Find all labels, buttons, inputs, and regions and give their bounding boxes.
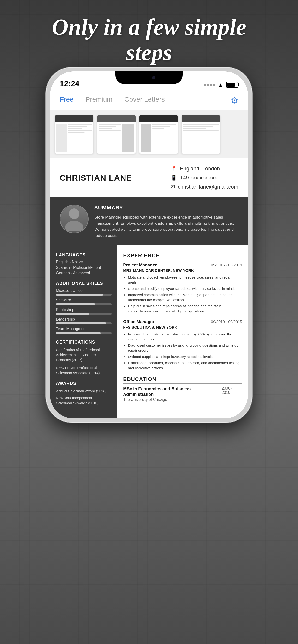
summary-text: Store Manager equipped with extensive ex…	[94, 214, 238, 238]
contact-info: 📍 England, London 📱 +49 xxx xxx xxx ✉ ch…	[171, 166, 238, 190]
tab-free[interactable]: Free	[60, 96, 74, 105]
education-section: EDUCATION MSc in Economics and Buisness …	[123, 376, 242, 402]
profile-photo	[60, 204, 89, 233]
skill-bar-bg	[56, 294, 112, 296]
exp-bullets-2: Increased the customer satisfaction rate…	[123, 332, 242, 370]
contact-location: 📍 England, London	[171, 166, 238, 172]
summary-section: SUMMARY Store Manager equipped with exte…	[50, 198, 248, 245]
svg-point-1	[65, 221, 83, 231]
certifications-title: CERTIFICATIONS	[56, 340, 112, 345]
phone-icon: 📱	[171, 175, 177, 181]
awards-title: AWARDS	[56, 381, 112, 386]
cert-2: EMC Proven Professional Salesman Associa…	[56, 365, 112, 375]
exp-bullet: Diagnosed customer issues by asking prob…	[128, 343, 242, 353]
wifi-icon: ▲	[218, 82, 223, 88]
resume-document: CHRISTIAN LANE 📍 England, London 📱 +49 x…	[50, 158, 248, 418]
award-1: Annual Salesman Award (2013)	[56, 388, 112, 394]
resume-body: LANGUAGES English - Native Spanish - Pro…	[50, 245, 248, 418]
phone-frame: 12:24 ▲	[46, 67, 252, 422]
tab-cover-letters[interactable]: Cover Letters	[124, 96, 165, 105]
skill-bar-bg	[56, 322, 112, 324]
location-icon: 📍	[171, 166, 177, 172]
edu-school: The University of Chicago	[123, 398, 242, 402]
experience-section: EXPERIENCE Project Manager 09/2015 - 05/…	[123, 252, 242, 370]
certifications-section: CERTIFICATIONS Certification of Professi…	[56, 340, 112, 375]
exp-entry-2: Office Manager 09/2010 - 09/2015 FFS-SOL…	[123, 319, 242, 370]
gear-icon[interactable]: ⚙	[231, 95, 238, 106]
edu-dates: 2006 - 2010	[222, 386, 242, 398]
skill-leadership: Leadership	[56, 317, 112, 324]
svg-point-0	[69, 208, 79, 219]
exp-title-2: Office Manager	[123, 319, 154, 324]
summary-content: SUMMARY Store Manager equipped with exte…	[94, 204, 238, 238]
cert-1: Certification of Professional Achievemen…	[56, 347, 112, 362]
exp-bullet: Ordered supplies and kept inventory at o…	[128, 354, 242, 359]
battery-icon	[226, 82, 238, 88]
status-time: 12:24	[60, 79, 79, 88]
phone-notch	[115, 72, 183, 84]
exp-dates-1: 09/2015 - 05/2019	[211, 263, 242, 268]
skills-title: ADDITIONAL SKILLS	[56, 281, 112, 286]
exp-bullet: Established, sceduled, coorinate, superv…	[128, 360, 242, 370]
skills-section: ADDITIONAL SKILLS Microsoft Office So	[56, 281, 112, 334]
hero-title: Only in a few simple steps	[0, 14, 298, 65]
lang-english: English - Native	[56, 260, 112, 264]
exp-header-2: Office Manager 09/2010 - 09/2015	[123, 319, 242, 324]
email-icon: ✉	[171, 184, 175, 190]
exp-title-1: Project Manager	[123, 262, 157, 268]
skill-team: Team Managment	[56, 327, 112, 334]
exp-bullets-1: Motivate and coach employees to meet ser…	[123, 275, 242, 314]
skill-bar-bg	[56, 303, 112, 305]
edu-header: MSc in Economics and Buisness Administra…	[123, 386, 242, 398]
skill-bar-fill	[56, 322, 106, 324]
exp-bullet: Create and modify employee schedules wit…	[128, 286, 242, 291]
resume-header: CHRISTIAN LANE 📍 England, London 📱 +49 x…	[50, 158, 248, 198]
resume-right-column: EXPERIENCE Project Manager 09/2015 - 05/…	[117, 245, 248, 418]
exp-company-2: FFS-SOLUTIONS, New York	[123, 325, 242, 330]
thumbnail-3[interactable]	[139, 115, 178, 154]
tab-premium[interactable]: Premium	[86, 96, 112, 105]
signal-icon	[204, 84, 215, 86]
skill-bar-fill	[56, 303, 95, 305]
languages-section: LANGUAGES English - Native Spanish - Pro…	[56, 252, 112, 275]
edu-entry-1: MSc in Economics and Buisness Administra…	[123, 386, 242, 402]
education-title: EDUCATION	[123, 376, 242, 384]
contact-phone: 📱 +49 xxx xxx xxx	[171, 175, 238, 181]
skill-bar-bg	[56, 332, 112, 334]
exp-dates-2: 09/2010 - 09/2015	[211, 320, 242, 324]
resume-left-column: LANGUAGES English - Native Spanish - Pro…	[50, 245, 117, 418]
lang-german: German - Advanced	[56, 271, 112, 275]
exp-bullet: Increased the customer satisfaction rate…	[128, 332, 242, 342]
summary-title: SUMMARY	[94, 204, 238, 212]
lang-spanish: Spanish - Proficient/Fluent	[56, 266, 112, 270]
edu-degree: MSc in Economics and Buisness Administra…	[123, 386, 222, 398]
experience-title: EXPERIENCE	[123, 252, 242, 260]
app-header: Free Premium Cover Letters ⚙	[50, 90, 248, 110]
resume-name-section: CHRISTIAN LANE	[60, 173, 132, 182]
thumbnail-1[interactable]	[55, 115, 93, 154]
exp-entry-1: Project Manager 09/2015 - 05/2019 MRS-MA…	[123, 262, 242, 314]
skill-bar-fill	[56, 313, 89, 315]
exp-bullet: Motivate and coach employees to meet ser…	[128, 275, 242, 285]
hero-section: Only in a few simple steps	[0, 14, 298, 65]
skill-microsoft: Microsoft Office	[56, 288, 112, 296]
thumbnail-2[interactable]	[97, 115, 135, 154]
exp-header-1: Project Manager 09/2015 - 05/2019	[123, 262, 242, 268]
tab-bar[interactable]: Free Premium Cover Letters	[60, 96, 165, 105]
exp-company-1: MRS-MANN CAR CENTER, New York	[123, 268, 242, 273]
skill-bar-fill	[56, 294, 103, 296]
thumbnail-4[interactable]	[182, 115, 220, 154]
skill-bar-fill	[56, 332, 100, 334]
profile-placeholder	[60, 205, 88, 233]
skill-software: Softwere	[56, 298, 112, 305]
status-icons: ▲	[204, 82, 238, 88]
contact-email: ✉ christian.lane@gmail.com	[171, 184, 238, 190]
award-2: New York Independent Salesman's Awards (…	[56, 395, 112, 406]
resume-name: CHRISTIAN LANE	[60, 173, 132, 182]
awards-section: AWARDS Annual Salesman Award (2013) New …	[56, 381, 112, 406]
languages-title: LANGUAGES	[56, 252, 112, 258]
skill-bar-bg	[56, 313, 112, 315]
resume-thumbnails[interactable]	[50, 110, 248, 158]
skill-photoshop: Photoshop	[56, 308, 112, 315]
exp-bullet: Help out in sales and repair areas as ne…	[128, 304, 242, 314]
